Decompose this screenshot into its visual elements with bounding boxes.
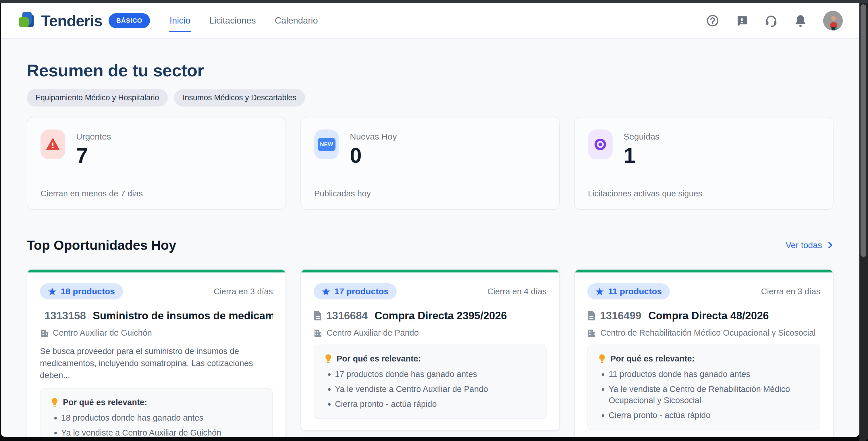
relevance-title: Por qué es relevante: bbox=[63, 398, 147, 407]
relevance-list: 18 productos donde has ganado antes Ya l… bbox=[51, 412, 262, 437]
nav-item-calendario[interactable]: Calendario bbox=[274, 12, 318, 29]
scrollbar-thumb[interactable] bbox=[861, 4, 866, 257]
browser-viewport: Tenderis BÁSICO Inicio Licitaciones Cale… bbox=[1, 3, 859, 437]
opportunity-card[interactable]: ★ 18 productos Cierra en 3 días 1313158 … bbox=[27, 269, 286, 437]
relevance-bullet: 11 productos donde has ganado antes bbox=[609, 369, 809, 380]
tenderis-logo[interactable]: Tenderis bbox=[18, 11, 102, 31]
stat-label: Seguidas bbox=[624, 132, 659, 141]
document-icon bbox=[314, 311, 322, 321]
building-icon bbox=[40, 329, 49, 337]
tender-id: 1316684 bbox=[326, 310, 368, 322]
tender-name: Suministro de insumos de medicamentos bbox=[93, 310, 273, 322]
lightbulb-icon bbox=[51, 397, 58, 407]
tender-description: Se busca proveedor para el suministro de… bbox=[40, 345, 273, 381]
building-icon bbox=[587, 329, 596, 337]
relevance-box: Por qué es relevante: 11 productos donde… bbox=[587, 345, 820, 430]
tender-org: Centro Auxiliar de Guichón bbox=[40, 328, 273, 338]
stat-label: Urgentes bbox=[76, 132, 111, 141]
products-badge: ★ 17 productos bbox=[314, 283, 397, 300]
help-icon[interactable] bbox=[706, 14, 719, 27]
closes-label: Cierra en 4 días bbox=[488, 287, 547, 296]
sector-tag: Equipamiento Médico y Hospitalario bbox=[27, 89, 168, 106]
window-top-bar bbox=[0, 0, 868, 3]
products-badge: ★ 11 productos bbox=[587, 283, 670, 300]
section-title: Top Oportunidades Hoy bbox=[27, 238, 176, 253]
sector-tag: Insumos Médicos y Descartables bbox=[174, 89, 305, 106]
eye-icon bbox=[588, 129, 613, 159]
stat-value: 1 bbox=[624, 145, 659, 166]
tenderis-logo-icon bbox=[18, 11, 36, 31]
stat-card-seguidas[interactable]: Seguidas 1 Licitaciones activas que sigu… bbox=[574, 117, 834, 210]
products-badge: ★ 18 productos bbox=[40, 283, 123, 300]
stat-card-urgentes[interactable]: Urgentes 7 Cierran en menos de 7 dias bbox=[27, 117, 286, 210]
plan-badge: BÁSICO bbox=[108, 13, 150, 28]
app-header: Tenderis BÁSICO Inicio Licitaciones Cale… bbox=[1, 3, 859, 39]
header-actions bbox=[706, 11, 843, 30]
stat-label: Nuevas Hoy bbox=[350, 132, 397, 141]
closes-label: Cierra en 3 días bbox=[214, 287, 273, 296]
relevance-list: 17 productos donde has ganado antes Ya l… bbox=[324, 369, 536, 410]
view-all-link[interactable]: Ver todas bbox=[785, 240, 834, 250]
card-accent-bar bbox=[301, 270, 559, 273]
closes-label: Cierra en 3 días bbox=[761, 287, 820, 296]
tender-org: Centro de Rehabilitación Médico Ocupacio… bbox=[587, 328, 820, 338]
stat-value: 0 bbox=[350, 145, 397, 166]
star-icon: ★ bbox=[595, 287, 604, 296]
relevance-bullet: Ya le vendiste a Centro Auxiliar de Guic… bbox=[61, 427, 262, 437]
main-nav: Inicio Licitaciones Calendario bbox=[169, 3, 318, 38]
scrollbar-track[interactable] bbox=[859, 3, 868, 441]
relevance-bullet: 18 productos donde has ganado antes bbox=[61, 412, 262, 423]
notifications-bell-icon[interactable] bbox=[794, 14, 807, 27]
feedback-icon[interactable] bbox=[735, 14, 748, 27]
stat-caption: Publicadas hoy bbox=[314, 189, 371, 198]
opportunity-card[interactable]: ★ 17 productos Cierra en 4 días 1316684 … bbox=[301, 269, 560, 431]
lightbulb-icon bbox=[598, 354, 606, 364]
relevance-list: 11 productos donde has ganado antes Ya l… bbox=[598, 369, 809, 421]
tender-id: 1313158 bbox=[44, 310, 86, 322]
logo-wordmark: Tenderis bbox=[41, 12, 102, 30]
relevance-bullet: Cierra pronto - actúa rápido bbox=[609, 410, 809, 421]
page-title: Resumen de tu sector bbox=[27, 61, 834, 81]
tender-name: Compra Directa 48/2026 bbox=[648, 310, 769, 322]
star-icon: ★ bbox=[322, 287, 330, 296]
opportunities-header: Top Oportunidades Hoy Ver todas bbox=[27, 238, 834, 253]
sector-tags: Equipamiento Médico y Hospitalario Insum… bbox=[27, 89, 834, 106]
opportunities-row: ★ 18 productos Cierra en 3 días 1313158 … bbox=[27, 269, 834, 437]
stat-card-nuevas-hoy[interactable]: NEW Nuevas Hoy 0 Publicadas hoy bbox=[301, 117, 560, 210]
relevance-bullet: Ya le vendiste a Centro de Rehabilitació… bbox=[609, 384, 809, 406]
stat-value: 7 bbox=[76, 145, 111, 166]
tender-title: 1313158 Suministro de insumos de medicam… bbox=[40, 310, 273, 322]
tender-id: 1316499 bbox=[600, 310, 641, 322]
tender-name: Compra Directa 2395/2026 bbox=[375, 310, 507, 322]
opportunity-card[interactable]: ★ 11 productos Cierra en 3 días 1316499 … bbox=[574, 269, 834, 437]
support-headset-icon[interactable] bbox=[765, 14, 778, 27]
nav-item-inicio[interactable]: Inicio bbox=[169, 12, 191, 29]
view-all-label: Ver todas bbox=[785, 240, 822, 250]
lightbulb-icon bbox=[324, 354, 332, 364]
document-icon bbox=[587, 311, 595, 321]
tender-org: Centro Auxiliar de Pando bbox=[314, 328, 547, 338]
stat-caption: Licitaciones activas que sigues bbox=[588, 189, 702, 198]
user-avatar[interactable] bbox=[823, 11, 843, 30]
relevance-title: Por qué es relevante: bbox=[337, 354, 421, 364]
relevance-box: Por qué es relevante: 17 productos donde… bbox=[314, 345, 547, 419]
nav-item-licitaciones[interactable]: Licitaciones bbox=[209, 12, 256, 29]
relevance-bullet: Ya le vendiste a Centro Auxiliar de Pand… bbox=[335, 384, 536, 395]
chevron-right-icon bbox=[827, 241, 834, 250]
relevance-title: Por qué es relevante: bbox=[610, 354, 694, 364]
building-icon bbox=[314, 329, 322, 337]
relevance-bullet: 17 productos donde has ganado antes bbox=[335, 369, 536, 380]
card-accent-bar bbox=[575, 270, 833, 273]
dashboard-main: Resumen de tu sector Equipamiento Médico… bbox=[1, 61, 859, 437]
tender-title: 1316684 Compra Directa 2395/2026 bbox=[314, 310, 547, 322]
relevance-box: Por qué es relevante: 18 productos donde… bbox=[40, 388, 273, 437]
relevance-bullet: Cierra pronto - actúa rápido bbox=[335, 399, 536, 410]
stat-caption: Cierran en menos de 7 dias bbox=[40, 189, 143, 198]
alert-triangle-icon bbox=[40, 129, 65, 159]
tender-title: 1316499 Compra Directa 48/2026 bbox=[587, 310, 820, 322]
stats-row: Urgentes 7 Cierran en menos de 7 dias NE… bbox=[27, 117, 834, 210]
card-accent-bar bbox=[27, 270, 285, 273]
new-badge-icon: NEW bbox=[314, 129, 339, 159]
star-icon: ★ bbox=[48, 287, 57, 296]
